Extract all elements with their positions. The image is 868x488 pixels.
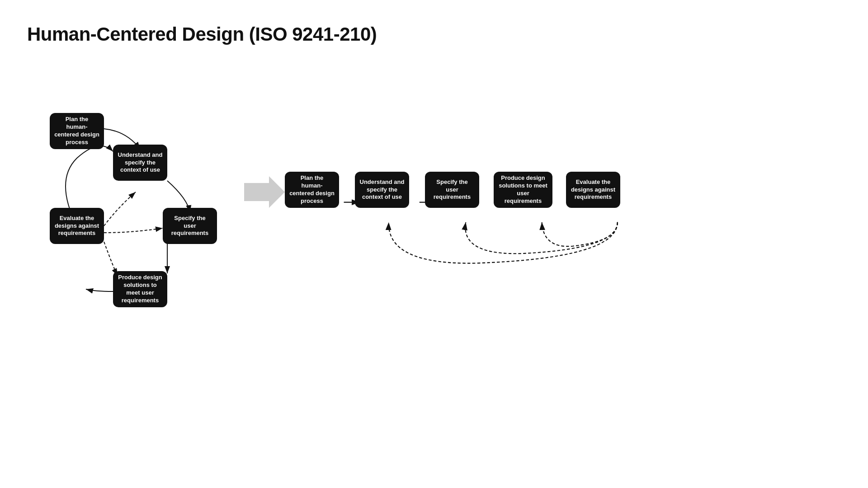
left-node-plan: Plan the human-centered design process [50,113,104,149]
left-node-understand: Understand and specify the context of us… [113,145,167,181]
left-diagram: Plan the human-centered design process U… [27,104,253,312]
right-diagram: Plan the human-centered design process U… [285,158,656,276]
left-node-specify: Specify the user requirements [163,208,217,244]
left-node-produce: Produce design solutions to meet user re… [113,271,167,307]
svg-marker-2 [244,176,285,208]
right-node-evaluate: Evaluate the designs against requirement… [566,172,620,208]
page-title: Human-Centered Design (ISO 9241-210) [27,23,377,45]
right-node-specify: Specify the user requirements [425,172,479,208]
right-node-understand: Understand and specify the context of us… [355,172,409,208]
transition-arrow [244,176,285,210]
right-node-produce: Produce design solutions to meet user re… [494,172,552,208]
left-node-evaluate: Evaluate the designs against requirement… [50,208,104,244]
right-node-plan: Plan the human-centered design process [285,172,339,208]
